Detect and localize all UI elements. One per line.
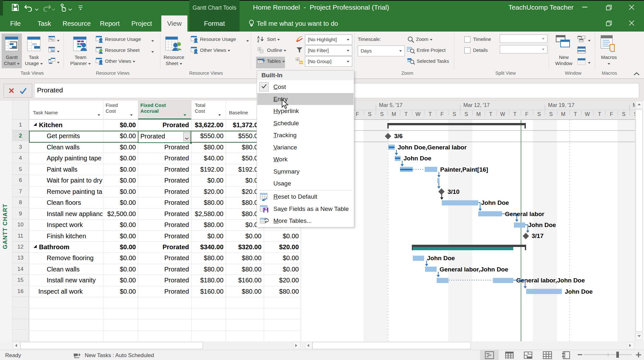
svg-text:A: A: [257, 36, 260, 39]
svg-text:Z: Z: [257, 39, 259, 43]
